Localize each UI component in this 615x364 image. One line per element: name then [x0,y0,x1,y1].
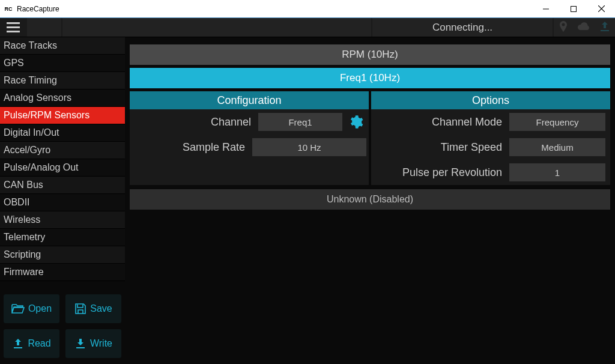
close-button[interactable] [587,0,615,17]
timer-speed-label: Timer Speed [371,141,509,154]
sidebar-item-race-timing[interactable]: Race Timing [0,72,125,89]
open-button[interactable]: Open [4,294,59,323]
toolbar-spacer [27,18,61,37]
content-area: RPM (10Hz) Freq1 (10Hz) Configuration Ch… [125,37,615,364]
sidebar-item-digital-in-out[interactable]: Digital In/Out [0,124,125,142]
open-button-label: Open [28,303,52,314]
app-toolbar: Connecting... [0,18,615,37]
gear-icon [348,114,363,130]
channel-settings-button[interactable] [345,111,366,133]
sidebar-item-gps[interactable]: GPS [0,55,125,72]
write-button[interactable]: Write [65,329,121,358]
save-button-label: Save [90,303,112,314]
channel-mode-label: Channel Mode [371,116,509,129]
sidebar-item-obdii[interactable]: OBDII [0,194,125,211]
upload-icon[interactable] [599,21,610,34]
connection-status: Connecting... [372,18,553,37]
sidebar-item-wireless[interactable]: Wireless [0,211,125,229]
read-button[interactable]: Read [4,329,59,358]
configuration-panel: Configuration Channel Freq1 Sample Rate … [130,91,369,185]
sidebar-item-telemetry[interactable]: Telemetry [0,229,125,246]
save-button[interactable]: Save [65,294,121,323]
sidebar-item-pulse-rpm-sensors[interactable]: Pulse/RPM Sensors [0,107,125,124]
toolbar-icons [554,18,615,37]
sample-rate-label: Sample Rate [130,141,252,154]
upload-icon [12,338,24,350]
toolbar-mid [62,18,371,37]
options-header: Options [371,91,610,109]
app-icon: RC [4,4,13,14]
menu-button[interactable] [0,18,26,37]
sample-rate-value[interactable]: 10 Hz [252,138,366,156]
read-button-label: Read [28,338,50,349]
svg-rect-1 [571,6,577,11]
maximize-button[interactable] [560,0,587,17]
cloud-icon[interactable] [577,22,590,34]
sidebar-item-firmware[interactable]: Firmware [0,264,125,281]
tab-rpm[interactable]: RPM (10Hz) [130,44,610,65]
window-controls [532,0,615,17]
ppr-label: Pulse per Revolution [371,166,509,179]
channel-value[interactable]: Freq1 [258,113,342,131]
write-button-label: Write [90,338,112,349]
sidebar-item-can-bus[interactable]: CAN Bus [0,177,125,194]
download-icon [74,338,86,350]
window-titlebar: RC RaceCapture [0,0,615,18]
channel-label: Channel [130,116,258,129]
timer-speed-value[interactable]: Medium [509,138,605,156]
floppy-icon [74,303,86,315]
disabled-row[interactable]: Unknown (Disabled) [130,189,610,210]
window-title: RaceCapture [17,5,532,13]
sidebar-item-scripting[interactable]: Scripting [0,246,125,264]
sidebar-item-race-tracks[interactable]: Race Tracks [0,37,125,55]
folder-open-icon [11,303,25,314]
minimize-button[interactable] [532,0,560,17]
sidebar: Race Tracks GPS Race Timing Analog Senso… [0,37,125,364]
configuration-header: Configuration [130,91,369,109]
location-icon[interactable] [559,21,568,34]
filler [130,160,369,185]
sidebar-item-pulse-analog-out[interactable]: Pulse/Analog Out [0,159,125,177]
options-panel: Options Channel Mode Frequency Timer Spe… [371,91,610,185]
sidebar-item-analog-sensors[interactable]: Analog Sensors [0,89,125,107]
ppr-value[interactable]: 1 [509,163,605,181]
channel-mode-value[interactable]: Frequency [509,113,605,131]
tab-freq1[interactable]: Freq1 (10Hz) [130,68,610,88]
sidebar-item-accel-gyro[interactable]: Accel/Gyro [0,142,125,159]
